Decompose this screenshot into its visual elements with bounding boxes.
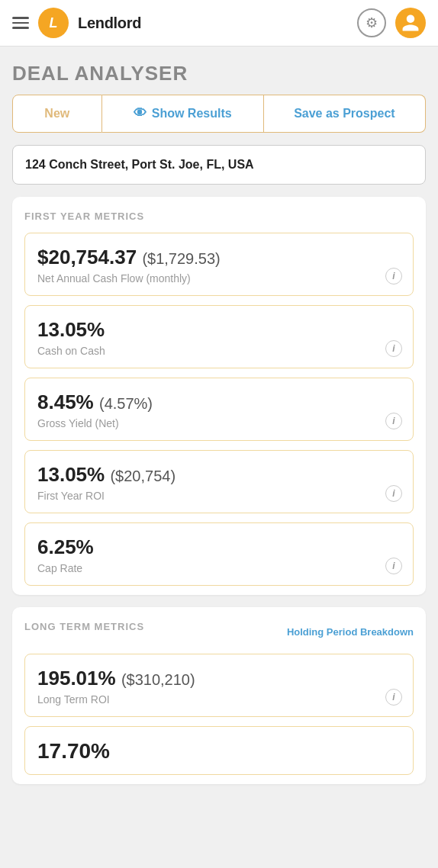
- hamburger-menu[interactable]: [12, 17, 29, 29]
- address-text: 124 Conch Street, Port St. Joe, FL, USA: [25, 158, 254, 171]
- settings-icon[interactable]: ⚙: [357, 8, 386, 37]
- new-button[interactable]: New: [12, 95, 102, 133]
- logo-text: Lendlord: [78, 14, 141, 32]
- action-buttons: New 👁 Show Results Save as Prospect: [0, 95, 438, 145]
- metric-card-first-year-roi: 13.05% ($20,754) First Year ROI i: [24, 450, 414, 513]
- metric-card-cash-flow: $20,754.37 ($1,729.53) Net Annual Cash F…: [24, 233, 414, 296]
- info-icon-gross-yield[interactable]: i: [385, 413, 402, 429]
- metric-value-gross-yield: 8.45% (4.57%): [37, 391, 401, 414]
- metric-value-first-year-roi: 13.05% ($20,754): [37, 463, 401, 487]
- show-results-label: Show Results: [152, 107, 232, 121]
- page-title-wrap: DEAL ANALYSER: [0, 47, 438, 95]
- eye-icon: 👁: [134, 106, 147, 121]
- metric-value-cap-rate: 6.25%: [37, 535, 401, 559]
- metric-card-partial: 17.70%: [24, 726, 414, 775]
- metric-label-cash-flow: Net Annual Cash Flow (monthly): [37, 272, 401, 285]
- long-term-title-row: LONG TERM METRICS Holding Period Breakdo…: [24, 621, 414, 643]
- metric-value-long-term-roi: 195.01% ($310,210): [37, 667, 401, 690]
- user-icon: [401, 13, 420, 33]
- avatar[interactable]: [395, 8, 426, 38]
- metric-sub-first-year-roi: ($20,754): [110, 468, 176, 484]
- long-term-title: LONG TERM METRICS: [24, 621, 144, 632]
- show-results-button[interactable]: 👁 Show Results: [102, 95, 264, 133]
- header-right: ⚙: [357, 8, 426, 38]
- metric-sub-gross-yield: (4.57%): [99, 395, 153, 412]
- header-left: L Lendlord: [12, 8, 141, 38]
- app-header: L Lendlord ⚙: [0, 0, 438, 47]
- metric-label-cap-rate: Cap Rate: [37, 562, 401, 574]
- metric-label-first-year-roi: First Year ROI: [37, 490, 401, 502]
- metric-value-cash-on-cash: 13.05%: [37, 318, 401, 342]
- save-prospect-button[interactable]: Save as Prospect: [264, 95, 426, 133]
- holding-period-link[interactable]: Holding Period Breakdown: [287, 626, 414, 638]
- page-title: DEAL ANALYSER: [12, 62, 426, 85]
- info-icon-long-term-roi[interactable]: i: [385, 689, 402, 706]
- info-icon-cap-rate[interactable]: i: [385, 558, 402, 574]
- metric-card-cash-on-cash: 13.05% Cash on Cash i: [24, 305, 414, 368]
- metric-sub-long-term-roi: ($310,210): [121, 671, 195, 688]
- metric-card-gross-yield: 8.45% (4.57%) Gross Yield (Net) i: [24, 378, 414, 441]
- long-term-metrics-section: LONG TERM METRICS Holding Period Breakdo…: [12, 607, 426, 784]
- metric-value-cash-flow: $20,754.37 ($1,729.53): [37, 246, 401, 269]
- metric-card-long-term-roi: 195.01% ($310,210) Long Term ROI i: [24, 654, 414, 717]
- info-icon-first-year-roi[interactable]: i: [385, 485, 402, 502]
- info-icon-cash-on-cash[interactable]: i: [385, 340, 402, 357]
- first-year-metrics-section: FIRST YEAR METRICS $20,754.37 ($1,729.53…: [12, 197, 426, 595]
- metric-value-partial: 17.70%: [37, 739, 401, 764]
- metric-card-cap-rate: 6.25% Cap Rate i: [24, 522, 414, 586]
- first-year-title: FIRST YEAR METRICS: [24, 211, 414, 222]
- metric-label-gross-yield: Gross Yield (Net): [37, 417, 401, 429]
- logo-icon: L: [38, 8, 69, 38]
- metric-label-cash-on-cash: Cash on Cash: [37, 345, 401, 357]
- info-icon-cash-flow[interactable]: i: [385, 268, 402, 285]
- address-bar[interactable]: 124 Conch Street, Port St. Joe, FL, USA: [12, 145, 426, 185]
- metric-sub-cash-flow: ($1,729.53): [142, 250, 220, 267]
- metric-label-long-term-roi: Long Term ROI: [37, 693, 401, 706]
